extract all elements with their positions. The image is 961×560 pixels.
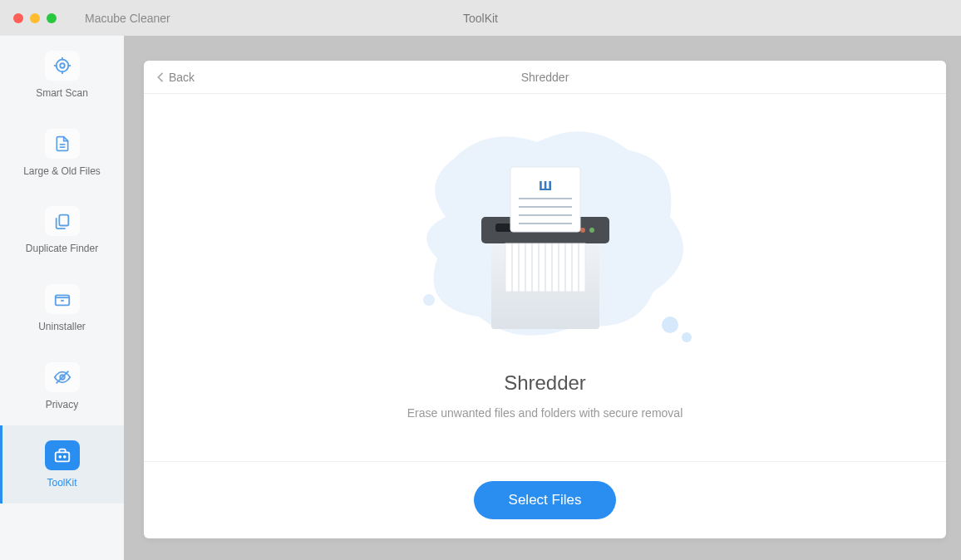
sidebar-item-label: Uninstaller — [38, 321, 86, 332]
card-header-title: Shredder — [521, 71, 569, 84]
window-controls — [13, 13, 57, 23]
eye-off-icon — [45, 362, 80, 392]
minimize-window-button[interactable] — [30, 13, 40, 23]
svg-text:ш: ш — [538, 175, 552, 194]
back-button[interactable]: Back — [157, 71, 195, 84]
sidebar-item-label: Large & Old Files — [23, 165, 101, 177]
duplicate-icon — [45, 206, 80, 236]
sidebar-item-large-old-files[interactable]: Large & Old Files — [0, 114, 124, 192]
sidebar-item-label: Privacy — [46, 399, 78, 410]
sidebar-item-smart-scan[interactable]: Smart Scan — [0, 36, 124, 114]
close-window-button[interactable] — [13, 13, 23, 23]
svg-point-23 — [589, 228, 594, 233]
svg-point-0 — [56, 60, 68, 72]
file-icon — [45, 129, 80, 159]
sidebar-item-label: Duplicate Finder — [26, 243, 98, 254]
box-icon — [45, 284, 80, 314]
sidebar: Smart Scan Large & Old Files Duplicate F… — [0, 36, 124, 560]
sidebar-item-label: ToolKit — [47, 477, 76, 489]
titlebar: Macube Cleaner ToolKit — [0, 0, 961, 36]
sidebar-item-privacy[interactable]: Privacy — [0, 347, 124, 425]
svg-rect-8 — [59, 215, 68, 226]
feature-title: Shredder — [504, 371, 586, 395]
svg-point-13 — [59, 456, 61, 458]
app-name: Macube Cleaner — [85, 12, 170, 25]
content-card: Back Shredder — [144, 61, 946, 538]
shredder-illustration: ш — [371, 109, 720, 366]
card-footer: Select Files — [144, 462, 946, 538]
card-header: Back Shredder — [144, 61, 946, 94]
svg-point-16 — [682, 332, 692, 342]
svg-rect-12 — [55, 452, 69, 461]
target-icon — [45, 51, 80, 81]
sidebar-item-toolkit[interactable]: ToolKit — [0, 425, 124, 504]
back-label: Back — [169, 71, 195, 84]
feature-subtitle: Erase unwanted files and folders with se… — [407, 406, 683, 420]
sidebar-item-uninstaller[interactable]: Uninstaller — [0, 269, 124, 347]
window-title: ToolKit — [463, 12, 498, 25]
svg-point-1 — [60, 63, 65, 68]
select-files-button[interactable]: Select Files — [474, 481, 617, 519]
sidebar-item-duplicate-finder[interactable]: Duplicate Finder — [0, 192, 124, 270]
svg-point-14 — [63, 456, 65, 458]
card-body: ш — [144, 94, 946, 462]
toolbox-icon — [45, 440, 80, 470]
svg-point-17 — [423, 294, 435, 306]
svg-point-15 — [662, 317, 678, 333]
main-area: Back Shredder — [124, 36, 961, 560]
fullscreen-window-button[interactable] — [47, 13, 57, 23]
svg-point-22 — [580, 228, 585, 233]
sidebar-item-label: Smart Scan — [36, 87, 88, 99]
chevron-left-icon — [157, 72, 164, 82]
